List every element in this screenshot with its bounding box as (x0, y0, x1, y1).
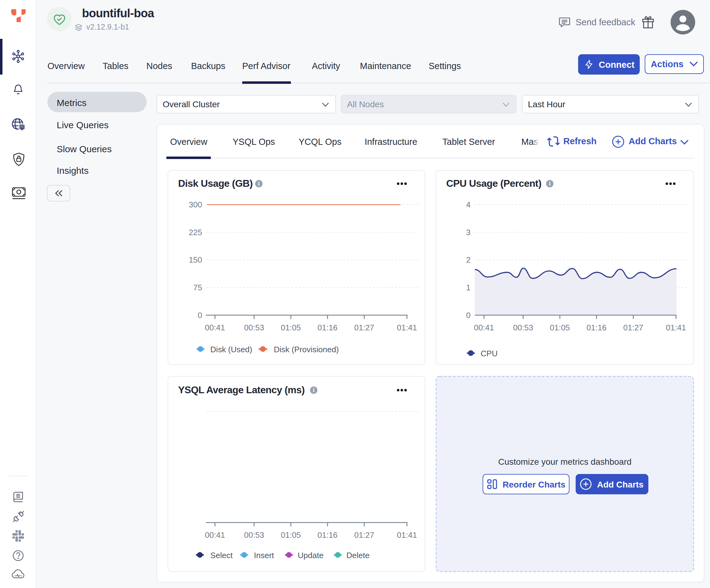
svg-text:2: 2 (466, 255, 471, 264)
svg-text:225: 225 (189, 228, 202, 237)
svg-text:150: 150 (189, 255, 202, 264)
svg-text:Select: Select (211, 551, 233, 560)
svg-text:01:16: 01:16 (317, 531, 337, 540)
svg-text:01:05: 01:05 (281, 531, 301, 540)
svg-text:CPU: CPU (481, 349, 498, 358)
svg-text:Delete: Delete (346, 551, 370, 560)
svg-text:Insert: Insert (254, 551, 274, 560)
svg-text:01:27: 01:27 (354, 531, 374, 540)
svg-text:0: 0 (198, 311, 202, 320)
svg-text:0: 0 (466, 311, 471, 320)
svg-text:01:41: 01:41 (397, 531, 417, 540)
svg-text:75: 75 (193, 283, 202, 292)
svg-text:00:41: 00:41 (474, 323, 494, 332)
svg-text:00:53: 00:53 (244, 531, 264, 540)
svg-text:300: 300 (189, 200, 202, 209)
svg-text:00:41: 00:41 (205, 323, 225, 332)
svg-text:01:05: 01:05 (550, 323, 570, 332)
svg-text:00:53: 00:53 (244, 323, 264, 332)
svg-text:4: 4 (466, 200, 471, 209)
svg-text:Disk (Provisioned): Disk (Provisioned) (274, 345, 339, 354)
svg-text:1: 1 (466, 283, 471, 292)
svg-text:Update: Update (298, 551, 324, 560)
svg-text:01:16: 01:16 (317, 323, 337, 332)
svg-text:01:27: 01:27 (354, 323, 374, 332)
svg-text:01:41: 01:41 (666, 323, 686, 332)
svg-text:00:41: 00:41 (205, 531, 225, 540)
svg-text:01:41: 01:41 (397, 323, 417, 332)
svg-text:01:05: 01:05 (281, 323, 301, 332)
svg-text:00:53: 00:53 (513, 323, 533, 332)
svg-text:Disk (Used): Disk (Used) (211, 345, 252, 354)
svg-text:01:27: 01:27 (623, 323, 643, 332)
svg-text:3: 3 (466, 228, 471, 237)
svg-text:01:16: 01:16 (587, 323, 607, 332)
